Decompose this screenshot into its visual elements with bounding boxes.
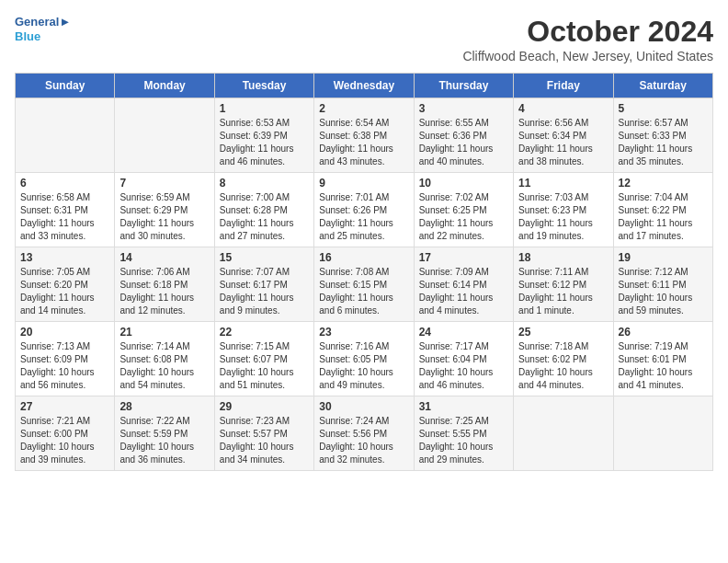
day-info: Sunrise: 7:06 AM Sunset: 6:18 PM Dayligh… [119,266,209,317]
day-number: 1 [220,102,309,115]
day-info: Sunrise: 7:16 AM Sunset: 6:05 PM Dayligh… [319,340,408,392]
week-row-3: 13Sunrise: 7:05 AM Sunset: 6:20 PM Dayli… [16,247,713,322]
day-cell: 24Sunrise: 7:17 AM Sunset: 6:04 PM Dayli… [414,322,513,396]
day-cell: 18Sunrise: 7:11 AM Sunset: 6:12 PM Dayli… [514,247,613,322]
day-cell: 10Sunrise: 7:02 AM Sunset: 6:25 PM Dayli… [414,173,513,247]
day-info: Sunrise: 7:23 AM Sunset: 5:57 PM Dayligh… [220,415,309,466]
day-cell: 21Sunrise: 7:14 AM Sunset: 6:08 PM Dayli… [115,322,214,396]
day-cell: 27Sunrise: 7:21 AM Sunset: 6:00 PM Dayli… [16,396,115,471]
day-info: Sunrise: 7:22 AM Sunset: 5:59 PM Dayligh… [119,415,209,466]
week-row-5: 27Sunrise: 7:21 AM Sunset: 6:00 PM Dayli… [16,396,713,471]
day-number: 28 [119,400,209,413]
day-number: 27 [20,400,109,413]
col-wednesday: Wednesday [314,74,414,98]
day-info: Sunrise: 6:53 AM Sunset: 6:39 PM Dayligh… [220,117,309,168]
day-cell [613,396,712,471]
day-cell: 11Sunrise: 7:03 AM Sunset: 6:23 PM Dayli… [514,173,613,247]
day-number: 24 [419,326,508,339]
day-cell: 6Sunrise: 6:58 AM Sunset: 6:31 PM Daylig… [16,173,115,247]
day-info: Sunrise: 7:01 AM Sunset: 6:26 PM Dayligh… [319,191,408,243]
col-monday: Monday [115,74,214,98]
day-cell: 9Sunrise: 7:01 AM Sunset: 6:26 PM Daylig… [314,173,414,247]
day-number: 6 [20,177,109,190]
page-header: General► Blue October 2024 Cliffwood Bea… [15,15,713,63]
day-info: Sunrise: 7:08 AM Sunset: 6:15 PM Dayligh… [319,266,408,317]
day-info: Sunrise: 7:24 AM Sunset: 5:56 PM Dayligh… [319,415,408,466]
day-number: 19 [619,251,708,264]
day-number: 8 [220,177,309,190]
day-number: 15 [220,251,309,264]
day-info: Sunrise: 7:15 AM Sunset: 6:07 PM Dayligh… [220,340,309,392]
day-info: Sunrise: 6:56 AM Sunset: 6:34 PM Dayligh… [518,117,608,168]
day-cell: 26Sunrise: 7:19 AM Sunset: 6:01 PM Dayli… [613,322,712,396]
calendar-body: 1Sunrise: 6:53 AM Sunset: 6:39 PM Daylig… [16,98,713,471]
col-sunday: Sunday [16,74,115,98]
col-tuesday: Tuesday [214,74,313,98]
day-number: 22 [220,326,309,339]
day-info: Sunrise: 7:11 AM Sunset: 6:12 PM Dayligh… [518,266,608,317]
day-number: 4 [518,102,608,115]
calendar-table: Sunday Monday Tuesday Wednesday Thursday… [15,73,713,471]
logo: General► Blue [15,15,71,43]
logo-blue: Blue [15,29,71,44]
day-number: 17 [419,251,508,264]
day-cell: 3Sunrise: 6:55 AM Sunset: 6:36 PM Daylig… [414,98,513,173]
day-number: 11 [518,177,608,190]
day-info: Sunrise: 7:09 AM Sunset: 6:14 PM Dayligh… [419,266,508,317]
day-cell: 28Sunrise: 7:22 AM Sunset: 5:59 PM Dayli… [115,396,214,471]
day-info: Sunrise: 7:18 AM Sunset: 6:02 PM Dayligh… [518,340,608,392]
day-number: 7 [119,177,209,190]
day-info: Sunrise: 7:00 AM Sunset: 6:28 PM Dayligh… [220,191,309,243]
day-info: Sunrise: 6:57 AM Sunset: 6:33 PM Dayligh… [619,117,708,168]
day-cell: 19Sunrise: 7:12 AM Sunset: 6:11 PM Dayli… [613,247,712,322]
day-cell: 14Sunrise: 7:06 AM Sunset: 6:18 PM Dayli… [115,247,214,322]
day-cell: 4Sunrise: 6:56 AM Sunset: 6:34 PM Daylig… [514,98,613,173]
day-info: Sunrise: 7:03 AM Sunset: 6:23 PM Dayligh… [518,191,608,243]
day-number: 25 [518,326,608,339]
day-cell: 7Sunrise: 6:59 AM Sunset: 6:29 PM Daylig… [115,173,214,247]
day-number: 12 [619,177,708,190]
day-cell [16,98,115,173]
col-friday: Friday [514,74,613,98]
day-cell: 1Sunrise: 6:53 AM Sunset: 6:39 PM Daylig… [214,98,313,173]
calendar-header: Sunday Monday Tuesday Wednesday Thursday… [16,74,713,98]
header-row: Sunday Monday Tuesday Wednesday Thursday… [16,74,713,98]
day-info: Sunrise: 7:17 AM Sunset: 6:04 PM Dayligh… [419,340,508,392]
day-number: 10 [419,177,508,190]
day-cell: 17Sunrise: 7:09 AM Sunset: 6:14 PM Dayli… [414,247,513,322]
day-cell: 12Sunrise: 7:04 AM Sunset: 6:22 PM Dayli… [613,173,712,247]
day-cell: 8Sunrise: 7:00 AM Sunset: 6:28 PM Daylig… [214,173,313,247]
day-cell [115,98,214,173]
day-number: 13 [20,251,109,264]
day-cell: 16Sunrise: 7:08 AM Sunset: 6:15 PM Dayli… [314,247,414,322]
day-info: Sunrise: 7:14 AM Sunset: 6:08 PM Dayligh… [119,340,209,392]
day-number: 5 [619,102,708,115]
day-number: 20 [20,326,109,339]
day-number: 16 [319,251,408,264]
day-cell: 23Sunrise: 7:16 AM Sunset: 6:05 PM Dayli… [314,322,414,396]
day-info: Sunrise: 7:25 AM Sunset: 5:55 PM Dayligh… [419,415,508,466]
day-info: Sunrise: 6:54 AM Sunset: 6:38 PM Dayligh… [319,117,408,168]
day-info: Sunrise: 7:04 AM Sunset: 6:22 PM Dayligh… [619,191,708,243]
day-number: 26 [619,326,708,339]
day-number: 18 [518,251,608,264]
day-info: Sunrise: 7:07 AM Sunset: 6:17 PM Dayligh… [220,266,309,317]
day-number: 21 [119,326,209,339]
week-row-4: 20Sunrise: 7:13 AM Sunset: 6:09 PM Dayli… [16,322,713,396]
location: Cliffwood Beach, New Jersey, United Stat… [462,49,713,63]
month-title: October 2024 [462,15,713,49]
day-number: 29 [220,400,309,413]
day-cell: 25Sunrise: 7:18 AM Sunset: 6:02 PM Dayli… [514,322,613,396]
day-cell: 15Sunrise: 7:07 AM Sunset: 6:17 PM Dayli… [214,247,313,322]
day-cell: 20Sunrise: 7:13 AM Sunset: 6:09 PM Dayli… [16,322,115,396]
day-info: Sunrise: 7:13 AM Sunset: 6:09 PM Dayligh… [20,340,109,392]
day-info: Sunrise: 6:58 AM Sunset: 6:31 PM Dayligh… [20,191,109,243]
week-row-2: 6Sunrise: 6:58 AM Sunset: 6:31 PM Daylig… [16,173,713,247]
day-cell: 30Sunrise: 7:24 AM Sunset: 5:56 PM Dayli… [314,396,414,471]
day-info: Sunrise: 7:02 AM Sunset: 6:25 PM Dayligh… [419,191,508,243]
day-cell: 31Sunrise: 7:25 AM Sunset: 5:55 PM Dayli… [414,396,513,471]
day-cell: 2Sunrise: 6:54 AM Sunset: 6:38 PM Daylig… [314,98,414,173]
day-number: 31 [419,400,508,413]
col-saturday: Saturday [613,74,712,98]
day-cell: 13Sunrise: 7:05 AM Sunset: 6:20 PM Dayli… [16,247,115,322]
